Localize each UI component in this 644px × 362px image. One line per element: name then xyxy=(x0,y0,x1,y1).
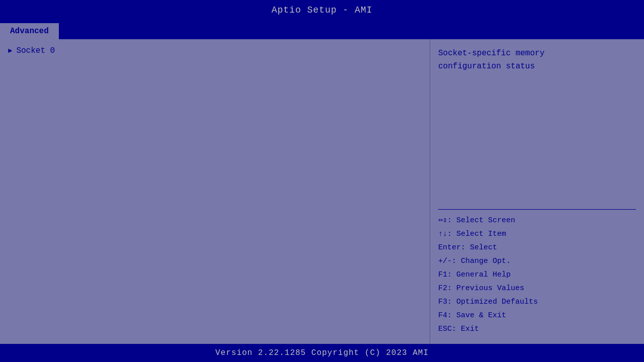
app-footer: Version 2.22.1285 Copyright (C) 2023 AMI xyxy=(0,344,644,362)
help-text: Socket-specific memory configuration sta… xyxy=(438,47,636,205)
footer-text: Version 2.22.1285 Copyright (C) 2023 AMI xyxy=(215,348,429,357)
menu-item-socket0[interactable]: ► Socket 0 xyxy=(0,44,430,57)
key-binding-row: +/-: Change Opt. xyxy=(438,254,636,268)
key-bindings: ⇔⇕: Select Screen↑↓: Select ItemEnter: S… xyxy=(438,214,636,336)
help-text-line2: configuration status xyxy=(438,60,636,73)
key-binding-row: ESC: Exit xyxy=(438,322,636,336)
key-binding-row: ↑↓: Select Item xyxy=(438,227,636,241)
tab-advanced[interactable]: Advanced xyxy=(0,23,59,39)
right-panel: Socket-specific memory configuration sta… xyxy=(430,39,644,344)
key-binding-row: F4: Save & Exit xyxy=(438,309,636,322)
app-header: Aptio Setup - AMI xyxy=(0,0,644,20)
key-binding-row: ⇔⇕: Select Screen xyxy=(438,214,636,227)
key-binding-row: F3: Optimized Defaults xyxy=(438,295,636,309)
arrow-icon: ► xyxy=(8,47,12,55)
key-binding-row: F2: Previous Values xyxy=(438,282,636,295)
main-content: ► Socket 0 Socket-specific memory config… xyxy=(0,39,644,344)
left-panel: ► Socket 0 xyxy=(0,39,430,344)
key-binding-row: Enter: Select xyxy=(438,241,636,254)
tab-bar: Advanced xyxy=(0,20,644,39)
key-binding-row: F1: General Help xyxy=(438,268,636,282)
app-title: Aptio Setup - AMI xyxy=(272,5,373,15)
help-text-line1: Socket-specific memory xyxy=(438,47,636,60)
menu-item-label: Socket 0 xyxy=(16,46,55,55)
divider xyxy=(438,209,636,210)
